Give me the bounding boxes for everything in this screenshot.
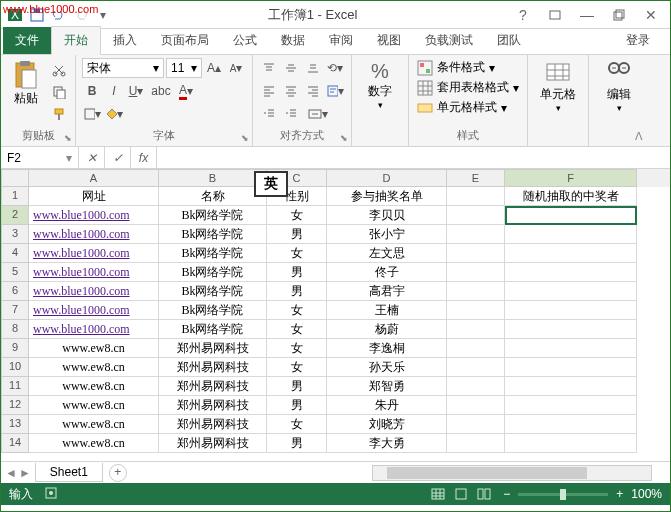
font-size-combo[interactable]: 11▾ [166,58,202,78]
editing-button[interactable]: 编辑 ▾ [595,58,643,115]
cell-e[interactable] [447,244,505,263]
horizontal-scrollbar[interactable] [372,465,652,481]
cell-gender[interactable]: 女 [267,415,327,434]
clipboard-launcher-icon[interactable]: ⬊ [64,133,72,143]
formula-input[interactable] [157,147,670,168]
cell-url[interactable]: www.blue1000.com [29,244,159,263]
tab-layout[interactable]: 页面布局 [149,27,221,54]
cell-url[interactable]: www.ew8.cn [29,415,159,434]
tab-review[interactable]: 审阅 [317,27,365,54]
cell-name[interactable]: Bk网络学院 [159,320,267,339]
sheet-nav-next-icon[interactable]: ► [19,466,31,480]
tab-home[interactable]: 开始 [51,26,101,55]
row-header[interactable]: 9 [1,339,29,358]
cell-name[interactable]: 郑州易网科技 [159,339,267,358]
table-format-button[interactable]: 套用表格格式▾ [415,78,521,97]
row-header[interactable]: 10 [1,358,29,377]
cell-e[interactable] [447,206,505,225]
row-header[interactable]: 12 [1,396,29,415]
tab-view[interactable]: 视图 [365,27,413,54]
cell-url[interactable]: www.blue1000.com [29,320,159,339]
cell-participant[interactable]: 李贝贝 [327,206,447,225]
cell-gender[interactable]: 男 [267,282,327,301]
cell-name[interactable]: Bk网络学院 [159,263,267,282]
row-header[interactable]: 3 [1,225,29,244]
restore-icon[interactable] [604,5,634,25]
sheet-tab-1[interactable]: Sheet1 [35,463,103,482]
col-header-f[interactable]: F [505,169,637,187]
cell-a1[interactable]: 网址 [29,187,159,206]
cell-gender[interactable]: 男 [267,396,327,415]
font-name-combo[interactable]: 宋体▾ [82,58,164,78]
row-header[interactable]: 7 [1,301,29,320]
row-header[interactable]: 6 [1,282,29,301]
orientation-icon[interactable]: ⟲▾ [325,58,345,78]
conditional-format-button[interactable]: 条件格式▾ [415,58,521,77]
tab-formulas[interactable]: 公式 [221,27,269,54]
cell-d1[interactable]: 参与抽奖名单 [327,187,447,206]
cell-b1[interactable]: 名称 [159,187,267,206]
col-header-d[interactable]: D [327,169,447,187]
col-header-b[interactable]: B [159,169,267,187]
font-color-icon[interactable]: A▾ [176,81,196,101]
align-top-icon[interactable] [259,58,279,78]
cell-gender[interactable]: 男 [267,377,327,396]
cell-e[interactable] [447,301,505,320]
cell-url[interactable]: www.ew8.cn [29,434,159,453]
underline-icon[interactable]: U▾ [126,81,146,101]
cell-name[interactable]: Bk网络学院 [159,206,267,225]
cell-url[interactable]: www.blue1000.com [29,282,159,301]
cancel-icon[interactable]: ✕ [79,147,105,168]
number-format-button[interactable]: % 数字 ▾ [358,58,402,112]
cell-f[interactable] [505,263,637,282]
cell-name[interactable]: 郑州易网科技 [159,396,267,415]
zoom-level[interactable]: 100% [631,487,662,501]
collapse-ribbon-icon[interactable]: ᐱ [635,130,643,143]
row-header[interactable]: 11 [1,377,29,396]
cell-f[interactable] [505,339,637,358]
close-icon[interactable]: ✕ [636,5,666,25]
cell-gender[interactable]: 女 [267,301,327,320]
row-header[interactable]: 14 [1,434,29,453]
cell-participant[interactable]: 李大勇 [327,434,447,453]
cell-participant[interactable]: 刘晓芳 [327,415,447,434]
align-left-icon[interactable] [259,81,279,101]
cell-url[interactable]: www.ew8.cn [29,396,159,415]
cell-f[interactable] [505,396,637,415]
cells-button[interactable]: 单元格 ▾ [534,58,582,115]
cell-gender[interactable]: 男 [267,225,327,244]
cell-gender[interactable]: 女 [267,206,327,225]
cell-url[interactable]: www.blue1000.com [29,206,159,225]
fill-color-icon[interactable]: ▾ [104,104,124,124]
cell-gender[interactable]: 女 [267,244,327,263]
cell-participant[interactable]: 孙天乐 [327,358,447,377]
view-pagebreak-icon[interactable] [473,486,495,502]
align-launcher-icon[interactable]: ⬊ [340,133,348,143]
cell-url[interactable]: www.ew8.cn [29,358,159,377]
cell-url[interactable]: www.ew8.cn [29,377,159,396]
copy-icon[interactable] [49,82,69,102]
zoom-in-icon[interactable]: + [616,487,623,501]
tab-file[interactable]: 文件 [3,27,51,54]
cell-name[interactable]: Bk网络学院 [159,244,267,263]
cell-participant[interactable]: 佟子 [327,263,447,282]
align-center-icon[interactable] [281,81,301,101]
format-painter-icon[interactable] [49,104,69,124]
cell-e[interactable] [447,358,505,377]
cell-f[interactable] [505,320,637,339]
cell-f[interactable] [505,244,637,263]
cell-e[interactable] [447,282,505,301]
cut-icon[interactable] [49,60,69,80]
fx-icon[interactable]: fx [131,147,157,168]
cell-participant[interactable]: 王楠 [327,301,447,320]
cell-styles-button[interactable]: 单元格样式▾ [415,98,521,117]
tab-team[interactable]: 团队 [485,27,533,54]
italic-icon[interactable]: I [104,81,124,101]
row-header[interactable]: 8 [1,320,29,339]
merge-icon[interactable]: ▾ [303,104,333,124]
cell-participant[interactable]: 左文思 [327,244,447,263]
cell-f[interactable] [505,358,637,377]
increase-indent-icon[interactable] [281,104,301,124]
cell-name[interactable]: 郑州易网科技 [159,415,267,434]
tab-login[interactable]: 登录 [614,27,662,54]
